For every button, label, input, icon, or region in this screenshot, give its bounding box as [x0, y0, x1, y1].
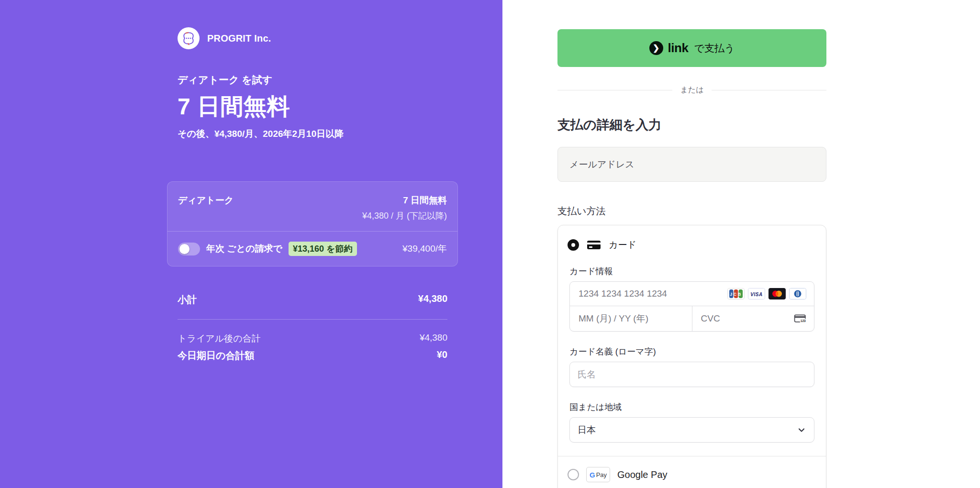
product-name: ディアトーク: [178, 194, 234, 222]
due-today-value: ¥0: [437, 349, 447, 362]
card-option-label: カード: [609, 239, 636, 251]
brand-name: PROGRIT Inc.: [207, 33, 271, 44]
google-pay-icon: G Pay: [586, 467, 610, 482]
product-trial-text: 7 日間無料: [362, 194, 447, 207]
payment-method-container: カード カード情報: [557, 225, 826, 488]
annual-toggle-label: 年次 ごとの請求で: [206, 243, 282, 255]
product-price-detail: ¥4,380 / 月 (下記以降): [362, 210, 447, 222]
card-cvc-input[interactable]: [700, 313, 793, 324]
country-label: 国または地域: [569, 401, 814, 413]
trial-subtext: その後、¥4,380/月、2026年2月10日以降: [167, 128, 458, 140]
order-summary-panel: PROGRIT Inc. ディアトーク を試す 7 日間無料 その後、¥4,38…: [0, 0, 502, 488]
checkout-page: PROGRIT Inc. ディアトーク を試す 7 日間無料 その後、¥4,38…: [0, 0, 980, 488]
subtotal-value: ¥4,380: [418, 293, 447, 306]
annual-billing-toggle[interactable]: [178, 243, 200, 255]
chevron-down-icon: [797, 425, 806, 435]
card-brand-icons: JCB VISA: [727, 288, 806, 299]
or-divider: または: [557, 85, 826, 95]
link-brand-word: link: [668, 41, 689, 55]
after-trial-value: ¥4,380: [420, 333, 447, 345]
or-divider-text: または: [680, 85, 703, 95]
card-fields-group: JCB VISA: [569, 281, 814, 332]
country-select[interactable]: 日本: [569, 417, 814, 443]
google-pay-option-row[interactable]: G Pay Google Pay: [558, 456, 826, 488]
product-summary-box: ディアトーク 7 日間無料 ¥4,380 / 月 (下記以降) 年次 ごとの請求…: [167, 181, 458, 266]
card-info-label: カード情報: [569, 266, 814, 277]
pay-with-link-button[interactable]: ❯ link で支払う: [557, 29, 826, 67]
payment-method-heading: 支払い方法: [557, 205, 826, 218]
card-number-input[interactable]: [578, 288, 727, 299]
link-pay-text: で支払う: [694, 42, 735, 55]
trial-headline: 7 日間無料: [167, 91, 458, 122]
svg-text:123: 123: [800, 319, 805, 322]
credit-card-icon: [586, 239, 601, 251]
after-trial-label: トライアル後の合計: [178, 333, 261, 345]
card-name-input[interactable]: [569, 362, 814, 387]
card-radio[interactable]: [568, 239, 579, 251]
trial-label: ディアトーク を試す: [167, 73, 458, 87]
progrit-logo-icon: [178, 27, 200, 49]
toggle-knob: [179, 244, 189, 254]
country-selected-value: 日本: [578, 424, 596, 436]
svg-text:VISA: VISA: [750, 292, 762, 297]
diners-icon: [789, 288, 806, 299]
mastercard-icon: [768, 288, 786, 299]
brand-row: PROGRIT Inc.: [167, 0, 458, 49]
google-pay-radio[interactable]: [568, 469, 579, 480]
payment-details-heading: 支払の詳細を入力: [557, 116, 826, 133]
totals-divider: [178, 319, 447, 320]
card-option-row[interactable]: カード: [558, 225, 826, 251]
card-name-label: カード名義 (ローマ字): [569, 346, 814, 357]
jcb-icon: JCB: [727, 288, 745, 299]
link-logo-icon: ❯: [649, 41, 663, 55]
savings-badge: ¥13,160 を節約: [289, 242, 357, 256]
annual-price: ¥39,400/年: [402, 243, 447, 255]
google-pay-label: Google Pay: [617, 469, 668, 480]
svg-text:JCB: JCB: [730, 292, 742, 297]
visa-icon: VISA: [748, 288, 765, 299]
email-input[interactable]: [557, 147, 826, 182]
subtotal-label: 小計: [178, 293, 197, 306]
cvc-icon: 123: [793, 313, 806, 324]
card-expiry-input[interactable]: [578, 313, 684, 324]
due-today-label: 今日期日の合計額: [178, 349, 254, 362]
payment-panel: ❯ link で支払う または 支払の詳細を入力 支払い方法: [502, 0, 980, 488]
